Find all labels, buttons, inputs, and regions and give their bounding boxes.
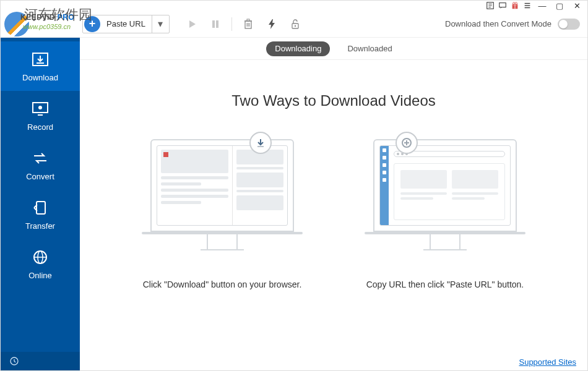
sidebar-item-label: Online [28,271,52,280]
app-logo: KEEPViD PRO www.pc0359.cn [1,11,80,38]
titlebar: — ▢ ✕ [1,1,587,11]
sidebar-item-download[interactable]: Download [1,41,80,91]
paste-url-dropdown[interactable]: ▾ [152,15,169,33]
way-browser: Click "Download" button on your browser. [129,139,315,291]
message-icon[interactable] [497,1,508,10]
svg-rect-14 [216,20,218,28]
svg-point-22 [295,25,296,26]
tab-bar: Downloading Downloaded [80,38,587,60]
toolbar: 河东软件园 KEEPViD PRO www.pc0359.cn + Paste … [1,11,587,38]
monitor-illustration [142,139,303,254]
delete-button[interactable] [237,15,259,33]
sidebar-item-label: Record [27,122,53,132]
svg-point-26 [38,106,42,109]
pause-button[interactable] [204,15,227,33]
turbo-button[interactable] [261,15,283,33]
close-button[interactable]: ✕ [569,1,585,10]
minimize-button[interactable]: — [534,1,550,10]
way-paste-url: Copy URL then click "Paste URL" button. [352,139,538,291]
convert-icon [30,150,50,167]
playback-controls [181,15,306,33]
plus-badge-icon [396,132,418,154]
app-window: — ▢ ✕ 河东软件园 KEEPViD PRO www.pc0359.cn + … [0,0,588,371]
convert-mode-toggle[interactable]: Download then Convert Mode [445,19,580,30]
menu-icon[interactable] [522,1,533,10]
logo-text: KEEPViD PRO [20,13,74,22]
svg-rect-20 [247,19,249,21]
sidebar-footer[interactable] [1,352,80,370]
sidebar-item-transfer[interactable]: Transfer [1,190,80,239]
transfer-icon [30,199,50,216]
svg-rect-13 [212,20,215,28]
tab-downloading[interactable]: Downloading [266,41,330,56]
content-footer: Supported Sites [80,353,587,370]
page-heading: Two Ways to Download Videos [231,92,436,109]
play-button[interactable] [181,15,203,33]
record-icon [30,100,50,117]
separator [231,17,232,31]
way1-caption: Click "Download" button on your browser. [143,279,302,291]
sidebar-item-label: Transfer [25,221,55,231]
paste-url-label: Paste URL [100,19,152,28]
maximize-button[interactable]: ▢ [551,1,568,10]
instruction-row: Click "Download" button on your browser. [129,139,538,291]
sidebar-main: Download Record Convert Transfer Online [1,38,80,352]
logo-url: www.pc0359.cn [23,23,71,30]
sidebar-item-convert[interactable]: Convert [1,140,80,190]
app-body: Download Record Convert Transfer Online [1,38,587,370]
content-area: Downloading Downloaded Two Ways to Downl… [80,38,587,370]
online-icon [30,249,50,266]
sidebar-item-label: Download [22,73,58,82]
convert-mode-label: Download then Convert Mode [445,19,551,28]
history-icon [9,356,19,366]
supported-sites-link[interactable]: Supported Sites [519,357,576,367]
way2-caption: Copy URL then click "Paste URL" button. [366,279,524,291]
toggle-switch[interactable] [558,19,580,30]
tab-downloaded[interactable]: Downloaded [339,41,400,56]
svg-rect-28 [37,202,45,214]
unlock-button[interactable] [284,15,306,33]
download-badge-icon [249,132,272,154]
feedback-icon[interactable] [485,1,496,10]
svg-rect-4 [499,3,506,7]
sidebar: Download Record Convert Transfer Online [1,38,80,370]
monitor-illustration [365,139,525,254]
sidebar-item-label: Convert [26,172,54,181]
gift-icon[interactable] [509,1,521,10]
sidebar-item-record[interactable]: Record [1,91,80,140]
main-panel: Two Ways to Download Videos [80,60,587,353]
paste-url-button[interactable]: + Paste URL ▾ [82,15,170,33]
sidebar-item-online[interactable]: Online [1,239,80,289]
download-icon [30,51,50,68]
plus-icon: + [84,16,100,32]
